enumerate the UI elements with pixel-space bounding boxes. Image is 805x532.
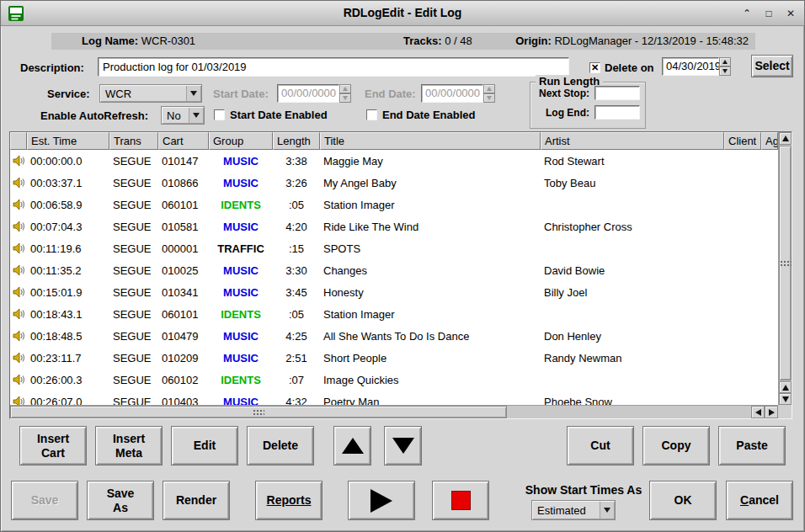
scroll-down-icon[interactable] — [779, 393, 792, 405]
cut-button[interactable]: Cut — [567, 426, 634, 466]
table-row[interactable]: 00:00:00.0SEGUE010147MUSIC3:38Maggie May… — [10, 150, 778, 172]
speaker-icon — [10, 237, 27, 259]
table-row[interactable]: 00:11:35.2SEGUE010025MUSIC3:30ChangesDav… — [10, 259, 778, 281]
cell-group: MUSIC — [209, 391, 273, 405]
delete-date-value[interactable]: 04/30/2019 — [662, 57, 719, 76]
shade-icon[interactable]: ⌃ — [738, 5, 755, 22]
spin-up-icon[interactable] — [719, 57, 731, 66]
column-header-agency[interactable]: Agency — [761, 132, 778, 150]
run-length-title: Run Length — [536, 75, 603, 88]
column-header-client[interactable]: Client — [724, 132, 761, 150]
play-icon — [371, 489, 392, 513]
cell-group: MUSIC — [209, 281, 273, 303]
scroll-up-icon[interactable] — [779, 381, 792, 393]
cancel-button[interactable]: Cancel — [726, 481, 793, 520]
arrow-up-icon — [342, 438, 364, 454]
show-start-times-label: Show Start Times As — [516, 483, 651, 497]
horizontal-scroll-thumb[interactable] — [10, 406, 507, 418]
table-row[interactable]: 00:07:04.3SEGUE010581MUSIC4:20Ride Like … — [10, 215, 778, 237]
autorefresh-value: No — [167, 109, 181, 122]
cell-length: 4:20 — [273, 215, 320, 237]
select-date-button[interactable]: Select — [751, 55, 793, 77]
column-header-est-time[interactable]: Est. Time — [27, 132, 109, 150]
cell-length: 4:25 — [273, 325, 320, 347]
play-button[interactable] — [348, 481, 415, 520]
table-row[interactable]: 00:15:01.9SEGUE010341MUSIC3:45HonestyBil… — [10, 281, 778, 303]
cell-title: Station Imager — [320, 194, 541, 215]
cell-agency — [761, 369, 778, 391]
cell-artist: Don Henley — [541, 325, 724, 347]
vertical-scrollbar[interactable] — [778, 132, 792, 405]
column-header-trans[interactable]: Trans — [109, 132, 158, 150]
service-combobox[interactable]: WCR — [99, 84, 202, 103]
reports-button[interactable]: Reports — [255, 481, 323, 520]
start-times-value: Estimated — [537, 504, 586, 517]
edit-button[interactable]: Edit — [171, 426, 238, 466]
scroll-left-icon[interactable] — [751, 406, 765, 418]
table-row[interactable]: 00:06:58.9SEGUE060101IDENTS:05Station Im… — [10, 194, 778, 215]
column-header-artist[interactable]: Artist — [541, 132, 724, 150]
cell-group: TRAFFIC — [209, 237, 273, 259]
cell-client — [724, 391, 761, 405]
chevron-down-icon[interactable] — [600, 502, 614, 519]
description-input[interactable] — [98, 57, 569, 77]
start-date-enabled-checkbox[interactable] — [214, 109, 225, 120]
end-date-enabled-checkbox[interactable] — [366, 109, 377, 120]
cell-artist: David Bowie — [541, 259, 724, 281]
move-down-button[interactable] — [384, 426, 422, 466]
cell-client — [724, 215, 761, 237]
maximize-icon[interactable]: □ — [760, 5, 777, 22]
cell-trans: SEGUE — [109, 281, 158, 303]
start-times-combobox[interactable]: Estimated — [531, 500, 616, 520]
insert-meta-button[interactable]: Insert Meta — [95, 426, 163, 466]
title-bar[interactable]: RDLogEdit - Edit Log ⌃ □ ✕ — [1, 1, 804, 26]
cell-group: MUSIC — [209, 150, 273, 172]
cell-artist: Phoebe Snow — [541, 391, 724, 405]
table-row[interactable]: 00:26:00.3SEGUE060102IDENTS:07Image Quic… — [10, 369, 778, 391]
scroll-right-icon[interactable] — [765, 406, 778, 418]
delete-button[interactable]: Delete — [247, 426, 314, 466]
cell-title: Station Imager — [320, 303, 541, 325]
table-row[interactable]: 00:26:07.0SEGUE010403MUSIC4:32Poetry Man… — [10, 391, 778, 405]
table-row[interactable]: 00:23:11.7SEGUE010209MUSIC2:51Short Peop… — [10, 347, 778, 369]
spin-down-icon[interactable] — [719, 66, 731, 76]
copy-button[interactable]: Copy — [642, 426, 710, 466]
cell-artist — [541, 237, 724, 259]
delete-on-checkbox[interactable] — [589, 62, 600, 73]
log-name-label: Log Name: — [82, 35, 138, 47]
insert-cart-button[interactable]: Insert Cart — [19, 426, 87, 466]
table-row[interactable]: 00:18:48.5SEGUE010479MUSIC4:25All She Wa… — [10, 325, 778, 347]
cell-trans: SEGUE — [109, 347, 158, 369]
table-row[interactable]: 00:18:43.1SEGUE060101IDENTS:05Station Im… — [10, 303, 778, 325]
chevron-down-icon[interactable] — [189, 108, 203, 123]
next-stop-label: Next Stop: — [539, 88, 589, 99]
close-icon[interactable]: ✕ — [782, 5, 799, 22]
move-up-button[interactable] — [333, 426, 371, 466]
chevron-down-icon[interactable] — [186, 86, 200, 101]
column-header-group[interactable]: Group — [209, 132, 273, 150]
delete-date-spinbox[interactable]: 04/30/2019 — [662, 57, 731, 76]
cell-length: 2:51 — [273, 347, 320, 369]
save-as-button[interactable]: Save As — [87, 481, 154, 520]
table-row[interactable]: 00:03:37.1SEGUE010866MUSIC3:26My Angel B… — [10, 172, 778, 194]
horizontal-scrollbar[interactable] — [10, 405, 778, 418]
start-date-spinbox: 00/00/0000 — [277, 84, 351, 103]
log-info-bar: Log Name: WCR-0301 Tracks: 0 / 48 Origin… — [51, 33, 755, 50]
cell-client — [724, 237, 761, 259]
table-row[interactable]: 00:11:19.6SEGUE000001TRAFFIC:15SPOTS — [10, 237, 778, 259]
column-header-title[interactable]: Title — [320, 132, 541, 150]
column-header-cart[interactable]: Cart — [158, 132, 209, 150]
ok-button[interactable]: OK — [649, 481, 717, 520]
speaker-icon — [10, 347, 27, 369]
stop-button[interactable] — [432, 481, 489, 520]
cell-title: Maggie May — [320, 150, 541, 172]
vertical-scroll-thumb[interactable] — [779, 146, 792, 380]
column-header-length[interactable]: Length — [273, 132, 320, 150]
cell-agency — [761, 194, 778, 215]
scroll-up-icon[interactable] — [779, 132, 792, 145]
cell-est-time: 00:11:35.2 — [27, 259, 109, 281]
column-header-icon[interactable] — [10, 132, 27, 150]
render-button[interactable]: Render — [163, 481, 230, 520]
autorefresh-combobox[interactable]: No — [161, 106, 205, 125]
paste-button[interactable]: Paste — [718, 426, 786, 466]
